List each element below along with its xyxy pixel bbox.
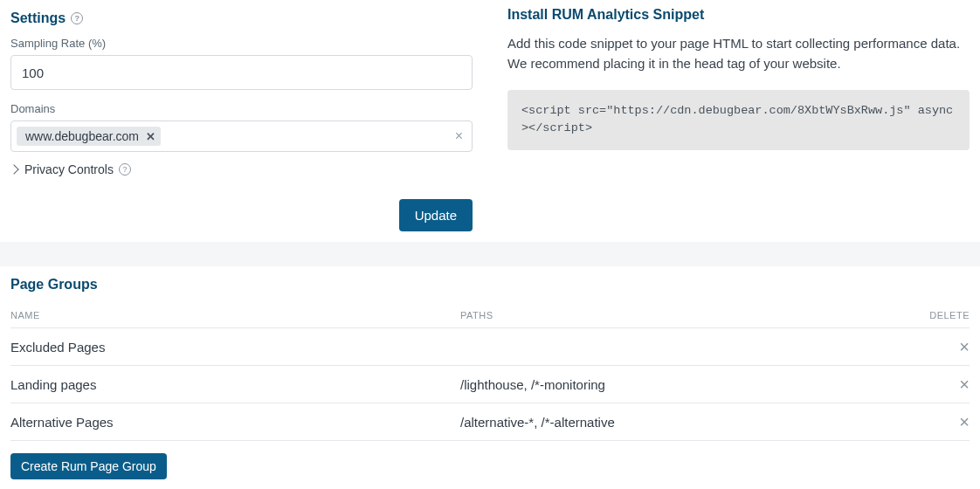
table-row[interactable]: Landing pages /lighthouse, /*-monitoring… [10,366,970,403]
delete-icon[interactable]: × [959,412,970,431]
sampling-rate-label: Sampling Rate (%) [10,37,473,50]
privacy-controls-label: Privacy Controls [24,162,114,176]
row-paths: /lighthouse, /*-monitoring [460,366,917,403]
settings-panel: Settings ? Sampling Rate (%) Domains www… [0,0,483,242]
page-groups-panel: Page Groups NAME PATHS DELETE Excluded P… [0,266,980,489]
create-page-group-button[interactable]: Create Rum Page Group [10,453,167,479]
row-paths [460,328,917,366]
domains-label: Domains [10,102,473,115]
divider [0,242,980,266]
help-icon[interactable]: ? [71,12,83,24]
close-icon[interactable]: ✕ [146,131,155,142]
col-delete-header: DELETE [917,303,970,328]
sampling-rate-input[interactable] [10,55,473,90]
chevron-right-icon [9,164,18,174]
table-header-row: NAME PATHS DELETE [10,303,970,328]
col-paths-header: PATHS [460,303,917,328]
row-paths: /alternative-*, /*-alternative [460,403,917,441]
settings-title-text: Settings [10,10,66,26]
domain-tag: www.debugbear.com ✕ [17,127,161,146]
clear-all-icon[interactable]: × [455,129,463,143]
col-name-header: NAME [10,303,460,328]
privacy-controls-toggle[interactable]: Privacy Controls ? [10,162,473,176]
snippet-title: Install RUM Analytics Snippet [507,7,970,23]
domain-tag-label: www.debugbear.com [25,129,139,143]
page-groups-title-text: Page Groups [10,277,98,293]
row-name: Landing pages [10,366,460,403]
delete-icon[interactable]: × [959,337,970,356]
snippet-panel: Install RUM Analytics Snippet Add this c… [497,0,980,161]
delete-icon[interactable]: × [959,375,970,394]
help-icon[interactable]: ? [119,163,131,176]
snippet-code[interactable]: <script src="https://cdn.debugbear.com/8… [507,90,970,151]
table-row[interactable]: Excluded Pages × [10,328,970,366]
snippet-description: Add this code snippet to your page HTML … [507,33,970,74]
row-name: Alternative Pages [10,403,460,441]
table-row[interactable]: Alternative Pages /alternative-*, /*-alt… [10,403,970,441]
page-groups-title: Page Groups [10,277,970,293]
row-name: Excluded Pages [10,328,460,366]
snippet-title-text: Install RUM Analytics Snippet [507,7,704,23]
page-groups-table: NAME PATHS DELETE Excluded Pages × Landi… [10,303,970,441]
update-button[interactable]: Update [399,199,473,231]
settings-title: Settings ? [10,10,473,26]
domains-input[interactable]: www.debugbear.com ✕ × [10,121,473,152]
